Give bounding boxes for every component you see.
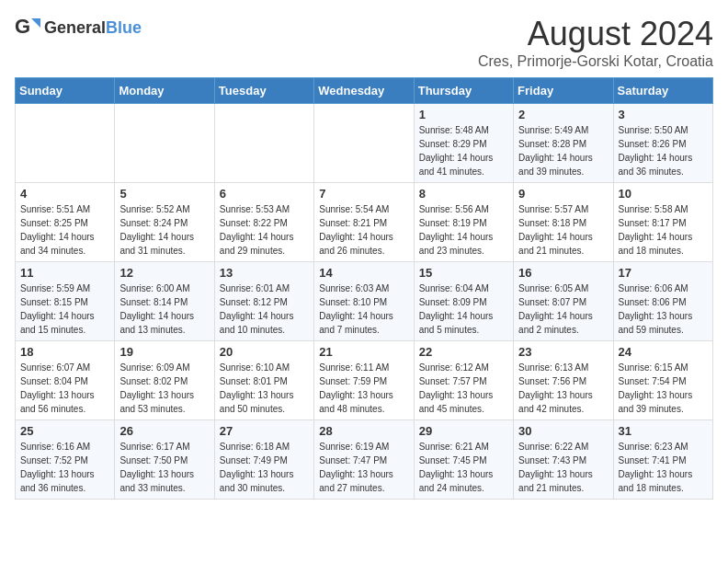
day-info: Sunrise: 5:50 AM Sunset: 8:26 PM Dayligh… — [619, 123, 708, 178]
day-info: Sunrise: 6:00 AM Sunset: 8:14 PM Dayligh… — [119, 282, 209, 337]
calendar-cell: 2Sunrise: 5:49 AM Sunset: 8:28 PM Daylig… — [514, 104, 613, 183]
day-info: Sunrise: 6:12 AM Sunset: 7:57 PM Dayligh… — [419, 361, 508, 416]
day-number: 22 — [419, 345, 508, 359]
weekday-header-wednesday: Wednesday — [314, 78, 414, 104]
day-number: 13 — [220, 266, 309, 280]
day-number: 28 — [319, 424, 408, 438]
day-info: Sunrise: 6:18 AM Sunset: 7:49 PM Dayligh… — [220, 440, 309, 495]
day-info: Sunrise: 6:01 AM Sunset: 8:12 PM Dayligh… — [220, 282, 309, 337]
day-info: Sunrise: 6:03 AM Sunset: 8:10 PM Dayligh… — [319, 282, 408, 337]
day-info: Sunrise: 6:22 AM Sunset: 7:43 PM Dayligh… — [518, 440, 608, 495]
weekday-header-tuesday: Tuesday — [214, 78, 313, 104]
day-number: 25 — [20, 424, 109, 438]
day-info: Sunrise: 6:06 AM Sunset: 8:06 PM Dayligh… — [619, 282, 708, 337]
day-info: Sunrise: 6:13 AM Sunset: 7:56 PM Dayligh… — [518, 361, 608, 416]
day-info: Sunrise: 5:59 AM Sunset: 8:15 PM Dayligh… — [20, 282, 109, 337]
calendar-cell: 17Sunrise: 6:06 AM Sunset: 8:06 PM Dayli… — [613, 262, 712, 341]
calendar-cell: 20Sunrise: 6:10 AM Sunset: 8:01 PM Dayli… — [214, 341, 313, 420]
day-number: 18 — [20, 345, 109, 359]
calendar-cell: 7Sunrise: 5:54 AM Sunset: 8:21 PM Daylig… — [314, 183, 414, 262]
day-number: 23 — [518, 345, 608, 359]
calendar-cell: 5Sunrise: 5:52 AM Sunset: 8:24 PM Daylig… — [115, 183, 214, 262]
calendar-cell: 22Sunrise: 6:12 AM Sunset: 7:57 PM Dayli… — [414, 341, 513, 420]
day-info: Sunrise: 5:49 AM Sunset: 8:28 PM Dayligh… — [518, 123, 608, 178]
day-info: Sunrise: 6:11 AM Sunset: 7:59 PM Dayligh… — [319, 361, 408, 416]
day-info: Sunrise: 5:58 AM Sunset: 8:17 PM Dayligh… — [619, 202, 708, 258]
calendar-cell: 19Sunrise: 6:09 AM Sunset: 8:02 PM Dayli… — [115, 341, 214, 420]
day-info: Sunrise: 6:19 AM Sunset: 7:47 PM Dayligh… — [319, 440, 408, 495]
calendar-cell: 11Sunrise: 5:59 AM Sunset: 8:15 PM Dayli… — [16, 262, 115, 341]
calendar-cell: 26Sunrise: 6:17 AM Sunset: 7:50 PM Dayli… — [115, 420, 214, 500]
calendar-cell: 15Sunrise: 6:04 AM Sunset: 8:09 PM Dayli… — [414, 262, 513, 341]
title-area: August 2024 Cres, Primorje-Gorski Kotar,… — [478, 15, 713, 70]
weekday-header-sunday: Sunday — [16, 78, 115, 104]
calendar-cell: 23Sunrise: 6:13 AM Sunset: 7:56 PM Dayli… — [514, 341, 613, 420]
day-number: 15 — [419, 266, 508, 280]
day-info: Sunrise: 5:52 AM Sunset: 8:24 PM Dayligh… — [119, 202, 209, 258]
day-number: 9 — [518, 187, 608, 201]
day-number: 20 — [220, 345, 309, 359]
day-info: Sunrise: 6:16 AM Sunset: 7:52 PM Dayligh… — [20, 440, 109, 495]
day-number: 19 — [119, 345, 209, 359]
day-number: 5 — [119, 187, 209, 201]
weekday-header-thursday: Thursday — [414, 78, 513, 104]
calendar-cell — [115, 104, 214, 183]
calendar-cell — [16, 104, 115, 183]
page-header: G GeneralBlue August 2024 Cres, Primorje… — [15, 15, 713, 70]
calendar-cell: 12Sunrise: 6:00 AM Sunset: 8:14 PM Dayli… — [115, 262, 214, 341]
logo: G GeneralBlue — [15, 15, 142, 40]
day-number: 1 — [419, 108, 508, 121]
day-info: Sunrise: 6:05 AM Sunset: 8:07 PM Dayligh… — [518, 282, 608, 337]
day-number: 4 — [20, 187, 109, 201]
calendar-cell: 3Sunrise: 5:50 AM Sunset: 8:26 PM Daylig… — [613, 104, 712, 183]
weekday-header-friday: Friday — [514, 78, 613, 104]
day-number: 10 — [619, 187, 708, 201]
logo-blue-text: Blue — [106, 18, 142, 37]
day-info: Sunrise: 6:15 AM Sunset: 7:54 PM Dayligh… — [619, 361, 708, 416]
calendar-cell: 16Sunrise: 6:05 AM Sunset: 8:07 PM Dayli… — [514, 262, 613, 341]
day-number: 12 — [119, 266, 209, 280]
day-number: 26 — [119, 424, 209, 438]
calendar-cell: 30Sunrise: 6:22 AM Sunset: 7:43 PM Dayli… — [514, 420, 613, 500]
day-info: Sunrise: 5:51 AM Sunset: 8:25 PM Dayligh… — [20, 202, 109, 258]
day-info: Sunrise: 5:48 AM Sunset: 8:29 PM Dayligh… — [419, 123, 508, 178]
day-info: Sunrise: 6:17 AM Sunset: 7:50 PM Dayligh… — [119, 440, 209, 495]
day-info: Sunrise: 5:56 AM Sunset: 8:19 PM Dayligh… — [419, 202, 508, 258]
day-number: 8 — [419, 187, 508, 201]
svg-text:G: G — [15, 15, 30, 38]
day-number: 27 — [220, 424, 309, 438]
calendar-cell — [314, 104, 414, 183]
day-number: 6 — [220, 187, 309, 201]
calendar-table: SundayMondayTuesdayWednesdayThursdayFrid… — [15, 77, 713, 500]
logo-icon: G — [15, 15, 40, 40]
day-number: 2 — [518, 108, 608, 121]
day-number: 3 — [619, 108, 708, 121]
day-number: 17 — [619, 266, 708, 280]
calendar-cell: 29Sunrise: 6:21 AM Sunset: 7:45 PM Dayli… — [414, 420, 513, 500]
calendar-cell: 24Sunrise: 6:15 AM Sunset: 7:54 PM Dayli… — [613, 341, 712, 420]
calendar-cell: 25Sunrise: 6:16 AM Sunset: 7:52 PM Dayli… — [16, 420, 115, 500]
day-number: 30 — [518, 424, 608, 438]
weekday-header-saturday: Saturday — [613, 78, 712, 104]
day-info: Sunrise: 6:04 AM Sunset: 8:09 PM Dayligh… — [419, 282, 508, 337]
day-number: 14 — [319, 266, 408, 280]
location-title: Cres, Primorje-Gorski Kotar, Croatia — [478, 53, 713, 70]
calendar-cell: 27Sunrise: 6:18 AM Sunset: 7:49 PM Dayli… — [214, 420, 313, 500]
day-info: Sunrise: 5:53 AM Sunset: 8:22 PM Dayligh… — [220, 202, 309, 258]
day-number: 11 — [20, 266, 109, 280]
day-number: 29 — [419, 424, 508, 438]
calendar-cell — [214, 104, 313, 183]
day-info: Sunrise: 6:21 AM Sunset: 7:45 PM Dayligh… — [419, 440, 508, 495]
calendar-cell: 4Sunrise: 5:51 AM Sunset: 8:25 PM Daylig… — [16, 183, 115, 262]
day-info: Sunrise: 6:07 AM Sunset: 8:04 PM Dayligh… — [20, 361, 109, 416]
weekday-header-monday: Monday — [115, 78, 214, 104]
calendar-cell: 14Sunrise: 6:03 AM Sunset: 8:10 PM Dayli… — [314, 262, 414, 341]
day-info: Sunrise: 6:10 AM Sunset: 8:01 PM Dayligh… — [220, 361, 309, 416]
month-title: August 2024 — [478, 15, 713, 53]
day-number: 21 — [319, 345, 408, 359]
day-number: 31 — [619, 424, 708, 438]
calendar-cell: 31Sunrise: 6:23 AM Sunset: 7:41 PM Dayli… — [613, 420, 712, 500]
calendar-cell: 6Sunrise: 5:53 AM Sunset: 8:22 PM Daylig… — [214, 183, 313, 262]
calendar-cell: 18Sunrise: 6:07 AM Sunset: 8:04 PM Dayli… — [16, 341, 115, 420]
day-info: Sunrise: 5:54 AM Sunset: 8:21 PM Dayligh… — [319, 202, 408, 258]
